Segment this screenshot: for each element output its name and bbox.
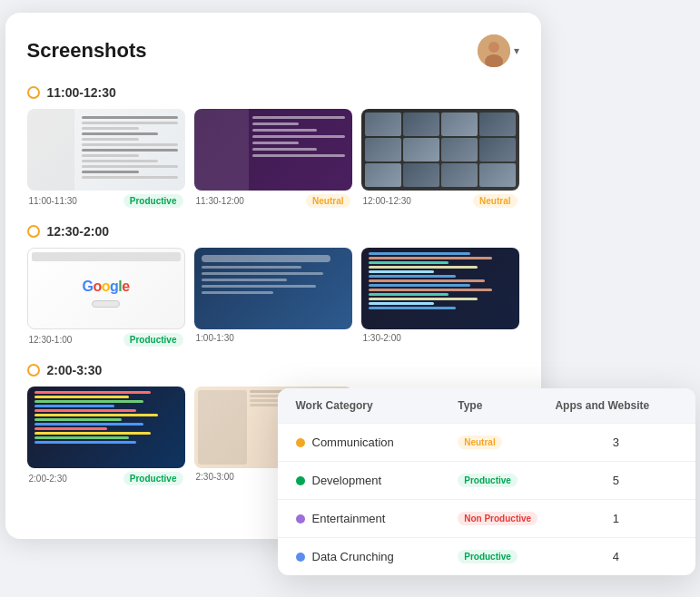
screenshot-item[interactable]: 12:00-12:30 Neutral [361,109,519,208]
time-dot-2 [27,225,40,238]
work-category-table: Work Category Type Apps and Website Comm… [278,388,695,575]
avatar-button[interactable]: ▾ [478,34,519,67]
category-dot [296,476,305,485]
time-dot-1 [27,86,40,99]
category-cell: Communication [296,436,458,449]
th-type: Type [458,399,555,412]
type-badge: Productive [458,550,518,563]
screenshot-thumb [27,109,185,191]
category-cell: Entertainment [296,512,458,525]
time-label-3: 2:00-3:30 [27,363,519,377]
status-badge: Productive [123,333,183,347]
apps-cell: 3 [555,436,676,449]
category-dot [296,553,305,562]
type-cell: Productive [458,550,555,563]
category-dot [296,514,305,524]
status-badge: Neutral [473,194,517,208]
screenshot-thumb [194,109,352,191]
card-header: Screenshots ▾ [27,34,519,67]
screenshot-meta: 1:30-2:00 [361,333,519,343]
status-badge: Productive [123,472,183,485]
screenshot-thumb [194,248,352,329]
apps-cell: 4 [555,550,676,563]
screenshot-thumb [27,387,185,468]
time-label-2: 12:30-2:00 [27,224,519,239]
screenshot-thumb: Google [27,248,185,329]
type-cell: Productive [458,474,555,487]
table-header: Work Category Type Apps and Website [278,388,695,423]
screenshot-meta: 12:30-1:00 Productive [27,333,185,347]
time-section-2: 12:30-2:00 Google [27,224,519,347]
type-badge: Non Productive [458,512,537,525]
screenshot-item[interactable]: 11:30-12:00 Neutral [194,109,352,208]
th-apps: Apps and Website [555,399,676,412]
screenshots-grid-1: 11:00-11:30 Productive [27,109,519,208]
screenshot-thumb [361,109,519,191]
th-category: Work Category [296,399,458,412]
type-badge: Neutral [458,436,501,449]
type-badge: Productive [458,474,518,487]
screenshot-item[interactable]: 1:30-2:00 [361,248,519,347]
status-badge: Productive [123,194,183,208]
screenshot-meta: 2:00-2:30 Productive [27,472,185,485]
screenshot-thumb [361,248,519,329]
screenshots-grid-2: Google 12:30-1:00 Productive [27,248,519,347]
category-cell: Data Crunching [296,550,458,563]
type-cell: Neutral [458,436,555,449]
apps-cell: 5 [555,474,676,487]
table-row[interactable]: Development Productive 5 [278,461,695,499]
table-row[interactable]: Communication Neutral 3 [278,423,695,461]
screenshot-meta: 11:00-11:30 Productive [27,194,185,208]
table-row[interactable]: Data Crunching Productive 4 [278,537,695,575]
time-dot-3 [27,364,40,377]
table-row[interactable]: Entertainment Non Productive 1 [278,499,695,537]
status-badge: Neutral [306,194,350,208]
screenshot-meta: 1:00-1:30 [194,333,352,343]
time-section-1: 11:00-12:30 [27,85,519,208]
apps-cell: 1 [555,512,676,525]
time-label-1: 11:00-12:30 [27,85,519,100]
category-cell: Development [296,474,458,487]
screenshot-item[interactable]: Google 12:30-1:00 Productive [27,248,185,347]
screenshot-item[interactable]: 2:00-2:30 Productive [27,387,185,485]
page-title: Screenshots [27,39,147,63]
category-dot [296,438,305,447]
screenshot-item[interactable]: 1:00-1:30 [194,248,352,347]
screenshot-item[interactable]: 11:00-11:30 Productive [27,109,185,208]
svg-point-1 [488,42,499,53]
screenshot-meta: 11:30-12:00 Neutral [194,194,352,208]
screenshot-meta: 12:00-12:30 Neutral [361,194,519,208]
type-cell: Non Productive [458,512,555,525]
avatar [478,34,510,67]
chevron-down-icon: ▾ [514,44,519,57]
